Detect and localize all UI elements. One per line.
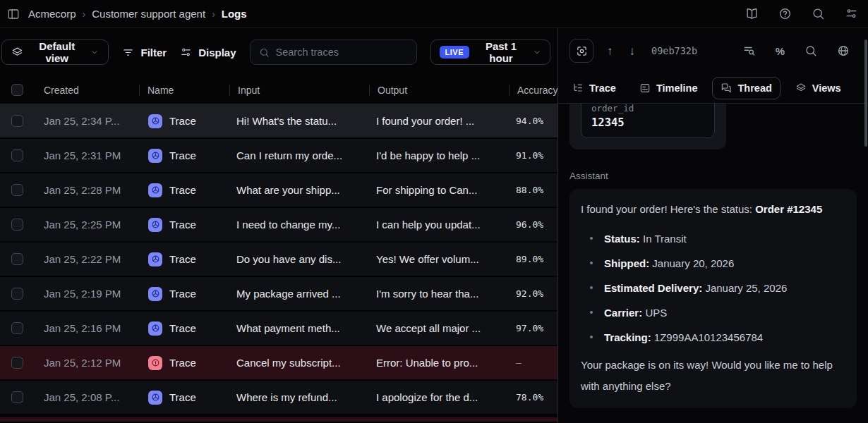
table-row[interactable]: Jan 25, 2:16 PM Trace What payment meth.… [0,312,557,346]
tab-timeline[interactable]: Timeline [631,77,706,99]
topbar: Acmecorp › Customer support agent › Logs [0,0,868,28]
row-input: Cancel my subscript... [229,357,369,369]
trace-badge-icon [148,391,162,405]
next-trace-button[interactable]: ↓ [627,44,639,59]
expand-trace-button[interactable] [569,39,593,63]
settings-button[interactable] [845,7,858,20]
time-range-selector[interactable]: LIVE Past 1 hour [430,39,550,65]
column-header-accuracy[interactable]: Accuracy [509,85,557,96]
layers-icon [795,82,807,94]
trace-badge-icon [148,114,162,128]
detail-search-button[interactable] [804,44,817,57]
search-icon [812,7,825,20]
row-checkbox[interactable] [11,288,23,300]
row-name: Trace [139,321,229,336]
search-icon [804,44,817,57]
breadcrumb-current-page: Logs [222,8,247,20]
panel-scrollbar-thumb[interactable] [864,39,867,147]
row-checkbox[interactable] [11,253,23,265]
error-badge-icon [148,356,162,370]
detail-panel-header: ↑ ↓ 09eb732b % [558,28,868,73]
row-created: Jan 25, 2:19 PM [35,288,139,300]
row-checkbox[interactable] [11,149,23,161]
row-name-label: Trace [169,219,196,231]
search-icon [259,47,270,58]
row-input: Do you have any dis... [229,253,369,265]
field-label: order_id [591,104,704,114]
tab-views[interactable]: Views [787,77,850,99]
prev-trace-button[interactable]: ↑ [604,44,616,59]
up-arrow-icon: ↑ [607,44,613,58]
trace-badge-icon [148,287,162,301]
globe-icon [837,44,850,57]
log-search-button[interactable] [743,44,756,57]
row-accuracy: 96.0% [509,219,557,230]
global-search-button[interactable] [812,7,825,20]
list-search-icon [743,44,756,57]
row-checkbox[interactable] [11,184,23,196]
view-selector-button[interactable]: Default view [1,39,109,65]
column-header-output[interactable]: Output [369,85,509,96]
trace-id: 09eb732b [651,45,697,56]
row-checkbox[interactable] [11,322,23,334]
column-header-created[interactable]: Created [35,85,139,96]
table-row[interactable]: Jan 25, 2:22 PM Trace Do you have any di… [0,243,557,277]
table-row[interactable]: Jan 25, 2:19 PM Trace My package arrived… [0,277,557,312]
field-value: 12345 [591,116,704,129]
row-output: I'm sorry to hear tha... [369,288,509,300]
row-name: Trace [139,183,229,197]
tab-trace[interactable]: Trace [564,77,625,99]
row-checkbox[interactable] [11,391,23,403]
table-row[interactable]: Jan 25, 2:08 P... Trace Where is my refu… [0,381,557,415]
row-checkbox[interactable] [11,219,23,231]
breadcrumb: Acmecorp › Customer support agent › Logs [28,8,247,20]
row-input: What payment meth... [229,322,369,334]
select-all-checkbox[interactable] [11,84,23,96]
row-created: Jan 25, 2:28 PM [35,184,139,196]
percent-button[interactable]: % [776,45,785,57]
breadcrumb-separator: › [83,8,86,20]
row-created: Jan 25, 2:31 PM [35,149,139,161]
row-accuracy: 91.0% [509,150,557,161]
breadcrumb-project[interactable]: Customer support agent [92,8,205,20]
trace-badge-icon [148,183,162,197]
table-row[interactable]: Jan 25, 2:25 PM Trace I need to change m… [0,208,557,243]
row-input: My package arrived ... [229,288,369,300]
tool-output-field: order_id 12345 [581,104,715,138]
time-range-label: Past 1 hour [476,40,526,64]
message-intro-bold: Order #12345 [755,203,822,215]
table-row[interactable]: Jan 25, 2:34 P... Trace Hi! What's the s… [0,104,557,139]
breadcrumb-org[interactable]: Acmecorp [28,8,76,20]
partial-error-row[interactable] [0,415,557,422]
sidebar-toggle-button[interactable] [7,8,20,20]
table-row[interactable]: Jan 25, 2:28 PM Trace What are your ship… [0,173,557,208]
column-header-name[interactable]: Name [139,85,229,96]
assistant-message: I found your order! Here's the status: O… [569,189,857,408]
row-accuracy: 78.0% [509,392,557,403]
docs-button[interactable] [745,7,759,20]
table-row[interactable]: Jan 25, 2:12 PM Trace Cancel my subscrip… [0,346,557,381]
row-name-label: Trace [169,322,196,334]
row-name-label: Trace [169,288,196,300]
globe-button[interactable] [837,44,850,57]
tab-thread-label: Thread [737,82,771,94]
down-arrow-icon: ↓ [629,44,636,58]
tab-thread[interactable]: Thread [712,77,780,99]
tab-views-label: Views [812,82,841,94]
assistant-role-label: Assistant [569,171,857,181]
search-traces-input[interactable] [276,47,408,58]
column-header-input[interactable]: Input [229,85,369,96]
table-row[interactable]: Jan 25, 2:31 PM Trace Can I return my or… [0,139,557,173]
display-button[interactable]: Display [180,47,236,59]
help-icon [778,7,792,20]
row-created: Jan 25, 2:16 PM [35,322,139,334]
row-name: Trace [139,356,229,370]
row-checkbox[interactable] [11,357,23,369]
help-button[interactable] [778,7,792,20]
search-traces-box [250,39,417,65]
filter-button[interactable]: Filter [122,47,167,59]
row-accuracy: 89.0% [509,254,557,264]
row-checkbox[interactable] [11,115,23,127]
row-output: I apologize for the d... [369,391,509,403]
view-selector-label: Default view [30,40,84,64]
